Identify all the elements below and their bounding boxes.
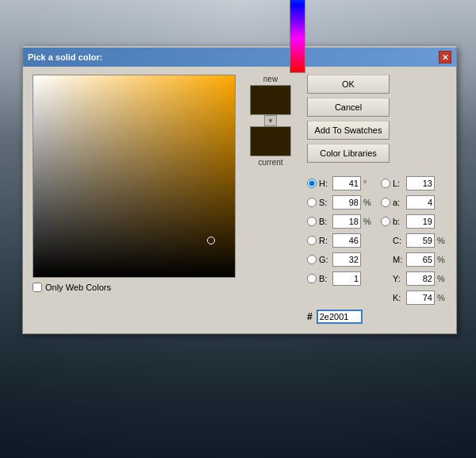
r-input[interactable] bbox=[332, 233, 361, 248]
close-button[interactable]: ✕ bbox=[439, 51, 451, 64]
m-row: M: % bbox=[381, 252, 447, 267]
b3-input[interactable] bbox=[406, 214, 435, 229]
c-input[interactable] bbox=[406, 233, 435, 248]
color-field-area[interactable] bbox=[33, 75, 236, 278]
b2-input[interactable] bbox=[332, 271, 361, 286]
h-label: H: bbox=[319, 179, 330, 188]
hue-row: H: ° bbox=[307, 175, 373, 191]
l-row: L: bbox=[381, 175, 447, 191]
a-input[interactable] bbox=[406, 195, 435, 210]
c-row: C: % bbox=[381, 233, 447, 248]
blue-row: B: bbox=[307, 271, 373, 287]
hue-slider[interactable] bbox=[290, 0, 305, 73]
g-input[interactable] bbox=[332, 252, 361, 267]
k-unit: % bbox=[437, 293, 447, 302]
right-section: OK Cancel Add To Swatches Color Librarie… bbox=[307, 75, 447, 324]
hex-row: # bbox=[307, 310, 447, 324]
current-color-swatch bbox=[250, 126, 291, 156]
hue-gradient bbox=[290, 0, 305, 72]
l-radio[interactable] bbox=[381, 179, 390, 188]
hex-input[interactable] bbox=[317, 310, 363, 324]
b3-label: b: bbox=[393, 217, 404, 226]
hsb-rgb-fields: H: ° S: % B: bbox=[307, 175, 373, 306]
y-input[interactable] bbox=[406, 271, 435, 286]
b2-label: B: bbox=[319, 274, 330, 283]
s-unit: % bbox=[363, 198, 373, 207]
brightness-row: B: % bbox=[307, 214, 373, 229]
buttons-column: OK Cancel Add To Swatches Color Librarie… bbox=[307, 75, 447, 163]
c-label: C: bbox=[393, 236, 404, 245]
new-label: new bbox=[263, 75, 278, 83]
m-label: M: bbox=[393, 255, 404, 264]
fields-area: H: ° S: % B: bbox=[307, 175, 447, 306]
g-label: G: bbox=[319, 255, 330, 264]
k-input[interactable] bbox=[406, 291, 435, 305]
only-web-colors-label: Only Web Colors bbox=[45, 283, 111, 292]
l-input[interactable] bbox=[406, 176, 435, 191]
y-unit: % bbox=[437, 274, 447, 283]
color-field-dark bbox=[33, 75, 235, 277]
l-label: L: bbox=[393, 179, 404, 188]
red-radio[interactable] bbox=[307, 236, 317, 245]
m-input[interactable] bbox=[406, 252, 435, 267]
ok-button[interactable]: OK bbox=[307, 75, 390, 94]
blue-radio[interactable] bbox=[307, 274, 317, 283]
preview-area: new ▼ current bbox=[250, 75, 291, 167]
b3-row: b: bbox=[381, 214, 447, 229]
y-row: Y: % bbox=[381, 271, 447, 287]
color-libraries-button[interactable]: Color Libraries bbox=[307, 144, 390, 163]
hex-label: # bbox=[307, 311, 313, 322]
add-to-swatches-button[interactable]: Add To Swatches bbox=[307, 121, 390, 140]
green-radio[interactable] bbox=[307, 255, 317, 264]
b3-radio[interactable] bbox=[381, 217, 390, 226]
s-input[interactable] bbox=[332, 195, 361, 210]
dialog-title: Pick a solid color: bbox=[28, 52, 102, 62]
a-label: a: bbox=[393, 198, 404, 207]
current-label: current bbox=[258, 158, 282, 167]
b-label: B: bbox=[319, 217, 330, 226]
green-row: G: bbox=[307, 252, 373, 267]
saturation-radio[interactable] bbox=[307, 198, 317, 207]
only-web-colors-checkbox[interactable] bbox=[33, 283, 42, 292]
swap-colors-button[interactable]: ▼ bbox=[264, 115, 277, 126]
b-unit: % bbox=[363, 217, 373, 226]
red-row: R: bbox=[307, 233, 373, 248]
hue-radio[interactable] bbox=[307, 179, 317, 188]
only-web-colors-row: Only Web Colors bbox=[33, 283, 236, 292]
saturation-row: S: % bbox=[307, 194, 373, 210]
b-input[interactable] bbox=[332, 214, 361, 229]
h-input[interactable] bbox=[332, 176, 361, 191]
title-bar: Pick a solid color: ✕ bbox=[23, 48, 456, 67]
a-radio[interactable] bbox=[381, 198, 390, 207]
dialog-body: Only Web Colors new ▼ current bbox=[23, 67, 456, 333]
c-unit: % bbox=[437, 236, 447, 245]
cancel-button[interactable]: Cancel bbox=[307, 98, 390, 117]
k-row: K: % bbox=[381, 290, 447, 306]
lab-cmyk-fields: L: a: b: bbox=[381, 175, 447, 306]
brightness-radio[interactable] bbox=[307, 217, 317, 226]
r-label: R: bbox=[319, 236, 330, 245]
s-label: S: bbox=[319, 198, 330, 207]
k-label: K: bbox=[393, 293, 404, 302]
h-unit: ° bbox=[363, 179, 373, 188]
y-label: Y: bbox=[393, 274, 404, 283]
color-picker-dialog: Pick a solid color: ✕ Only Web Colors ne… bbox=[22, 46, 457, 334]
m-unit: % bbox=[437, 255, 447, 264]
a-row: a: bbox=[381, 194, 447, 210]
new-color-swatch bbox=[250, 85, 291, 115]
